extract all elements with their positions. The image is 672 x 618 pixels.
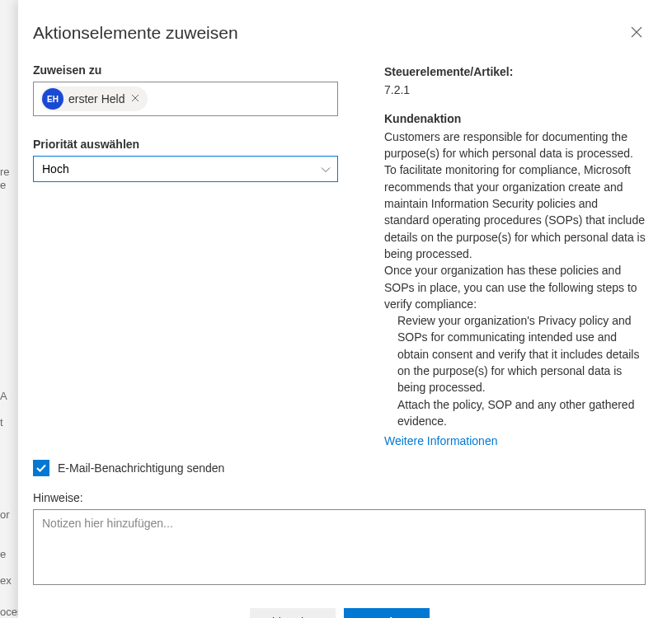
person-name: erster Held bbox=[68, 92, 125, 105]
bg-text: t bbox=[0, 415, 3, 430]
remove-person-button[interactable] bbox=[129, 91, 141, 106]
action-step: Review your organization's Privacy polic… bbox=[384, 312, 646, 396]
assign-button-label: Zuweisen bbox=[360, 616, 413, 618]
controls-value: 7.2.1 bbox=[384, 82, 646, 98]
priority-value: Hoch bbox=[42, 162, 69, 176]
close-icon bbox=[631, 26, 642, 38]
close-icon bbox=[131, 94, 139, 102]
checkmark-icon bbox=[35, 462, 47, 474]
customer-action-label: Kundenaktion bbox=[384, 110, 646, 127]
notes-textarea[interactable] bbox=[33, 509, 646, 585]
priority-select[interactable]: Hoch bbox=[33, 156, 338, 182]
assign-to-label: Zuweisen zu bbox=[33, 63, 338, 77]
bg-text: or bbox=[0, 508, 10, 522]
chevron-down-icon bbox=[321, 162, 331, 176]
assign-action-items-modal: Aktionselemente zuweisen Zuweisen zu EH … bbox=[18, 0, 672, 618]
bg-text: e bbox=[0, 178, 6, 193]
notes-label: Hinweise: bbox=[33, 491, 646, 504]
priority-label: Priorität auswählen bbox=[33, 138, 338, 151]
assign-to-input[interactable]: EH erster Held bbox=[33, 82, 338, 116]
bg-text: e bbox=[0, 547, 6, 562]
action-step: Attach the policy, SOP and any other gat… bbox=[384, 396, 646, 430]
avatar: EH bbox=[42, 88, 63, 110]
modal-title: Aktionselemente zuweisen bbox=[33, 23, 238, 43]
assign-button[interactable]: Zuweisen bbox=[344, 608, 430, 618]
action-paragraph: Once your organization has these policie… bbox=[384, 262, 646, 312]
person-chip: EH erster Held bbox=[40, 87, 148, 111]
modal-header: Aktionselemente zuweisen bbox=[33, 23, 646, 44]
email-notification-label: E-Mail-Benachrichtigung senden bbox=[58, 461, 224, 475]
bg-text: A bbox=[0, 389, 7, 404]
more-info-link[interactable]: Weitere Informationen bbox=[384, 433, 497, 449]
action-paragraph: Customers are responsible for documentin… bbox=[384, 129, 646, 262]
close-button[interactable] bbox=[627, 23, 646, 44]
bg-text: ex bbox=[0, 574, 12, 588]
customer-action-body: Customers are responsible for documentin… bbox=[384, 129, 646, 429]
cancel-button[interactable]: Abbrechen bbox=[250, 608, 336, 618]
modal-footer: Abbrechen Zuweisen bbox=[33, 608, 646, 618]
controls-label: Steuerelemente/Artikel: bbox=[384, 63, 646, 80]
email-notification-checkbox[interactable] bbox=[33, 460, 49, 476]
